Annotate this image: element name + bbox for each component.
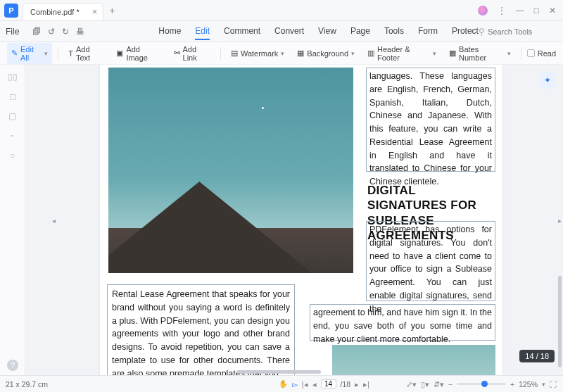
text-block-right-1[interactable]: languages. These languages are English, … [366,68,495,172]
left-side-panel: ▯▯ ◻ ▢ ▫ ○ [0,65,25,375]
zoom-out-icon[interactable]: − [448,380,453,388]
page-layout-icon[interactable]: ▯▾ [421,380,429,388]
prev-page-icon[interactable]: ◂ [312,380,317,388]
current-page-input[interactable] [321,379,336,388]
maximize-button[interactable]: □ [534,6,539,15]
header-footer-icon: ▥ [367,49,374,58]
fullscreen-icon[interactable]: ⛶ [550,380,557,388]
help-button[interactable]: ? [7,360,18,371]
tab-view[interactable]: View [318,23,336,40]
vertical-scrollbar[interactable] [558,276,562,367]
image-icon: ▣ [116,49,123,58]
add-image-button[interactable]: ▣ Add Image [112,43,165,64]
comment-panel-icon[interactable]: ▢ [8,111,16,121]
undo-icon[interactable]: ↺ [48,27,55,37]
read-mode-checkbox[interactable]: Read [527,49,556,58]
link-icon: ⚯ [174,49,180,58]
redo-icon[interactable]: ↻ [62,27,69,37]
text-block-right-2[interactable]: PDFelement has options for digital signa… [366,221,495,301]
bookmark-icon[interactable]: ◻ [9,91,16,101]
tab-page[interactable]: Page [350,23,370,40]
workspace: ▯▯ ◻ ▢ ▫ ○ ◂ ▸ Rental Lease Agreement th… [0,65,563,375]
fit-width-icon[interactable]: ⤢▾ [406,380,417,388]
tab-protect[interactable]: Protect [452,23,479,40]
zoom-slider[interactable] [457,383,506,385]
tab-title: Combine.pdf * [30,8,80,16]
chevron-down-icon: ▾ [281,50,284,57]
floating-tool-icon[interactable]: ✦ [539,72,556,89]
close-tab-icon[interactable]: × [92,6,98,17]
next-page-icon[interactable]: ▸ [355,380,359,388]
chevron-down-icon: ▾ [351,50,355,57]
menubar: File 🗐 ↺ ↻ 🖶 Home Edit Comment Convert V… [0,21,563,42]
app-logo-icon: P [4,4,18,18]
new-tab-button[interactable]: + [109,5,115,16]
search-input[interactable] [488,27,544,36]
chevron-down-icon: ▾ [44,50,48,57]
page-content: Rental Lease Agreement that speaks for y… [100,65,502,375]
tab-home[interactable]: Home [158,23,181,40]
file-menu[interactable]: File [6,27,19,37]
tab-edit[interactable]: Edit [195,23,210,40]
first-page-icon[interactable]: |◂ [302,380,308,388]
last-page-icon[interactable]: ▸| [363,380,369,388]
statusbar: 21 x 29.7 cm ✋ ▻ |◂ ◂ /18 ▸ ▸| ⤢▾ ▯▾ ⇵▾ … [0,375,563,392]
bates-icon: ▩ [449,49,456,58]
titlebar: P Combine.pdf * × + ⋮ — □ ✕ [0,0,563,21]
open-icon[interactable]: 🗐 [32,27,41,37]
horizontal-scrollbar[interactable] [236,370,321,374]
background-icon: ▦ [297,49,304,58]
total-pages: /18 [341,380,351,388]
tab-convert[interactable]: Convert [274,23,304,40]
add-link-button[interactable]: ⚯ Add Link [170,43,215,64]
tab-comment[interactable]: Comment [224,23,260,40]
tab-tools[interactable]: Tools [384,23,404,40]
zoom-in-icon[interactable]: + [510,380,514,388]
select-tool-icon[interactable]: ▻ [292,380,298,388]
hero-image[interactable] [108,68,353,273]
page-dimensions: 21 x 29.7 cm [6,380,48,388]
minimize-button[interactable]: — [516,6,524,15]
attachment-icon[interactable]: ▫ [11,131,13,141]
watermark-icon: ▤ [231,49,238,58]
house-shape [108,182,312,273]
header-footer-button[interactable]: ▥ Header & Footer ▾ [363,43,441,64]
add-text-button[interactable]: T Add Text [64,43,108,64]
document-tab[interactable]: Combine.pdf * × [23,3,103,21]
document-canvas[interactable]: ◂ ▸ Rental Lease Agreement that speaks f… [25,65,563,375]
print-icon[interactable]: 🖶 [76,27,84,37]
background-button[interactable]: ▦ Background ▾ [293,46,359,60]
text-icon: T [68,49,73,58]
chevron-down-icon: ▾ [433,50,436,57]
menu-tabs: Home Edit Comment Convert View Page Tool… [158,23,479,40]
search-icon: ⚲ [479,27,485,37]
bates-number-button[interactable]: ▩ Bates Number ▾ [445,43,515,64]
search-tools[interactable]: ⚲ [479,27,544,37]
tab-form[interactable]: Form [418,23,438,40]
prev-page-arrow[interactable]: ◂ [52,216,56,224]
text-block-right-3[interactable]: agreement to him, and have him sign it. … [310,304,495,341]
ribbon-edit: ✎ Edit All ▾ T Add Text ▣ Add Image ⚯ Ad… [0,42,563,65]
more-menu-icon[interactable]: ⋮ [498,6,506,15]
zoom-level[interactable]: 125% [519,380,538,388]
hand-tool-icon[interactable]: ✋ [279,379,288,388]
watermark-button[interactable]: ▤ Watermark ▾ [227,46,289,60]
thumbnails-icon[interactable]: ▯▯ [8,72,18,82]
chevron-down-icon: ▾ [507,50,511,57]
secondary-image[interactable] [332,345,495,375]
profile-color-icon[interactable] [478,6,488,15]
page-indicator-badge: 14 / 18 [519,350,555,362]
text-block-left[interactable]: Rental Lease Agreement that speaks for y… [107,284,295,375]
moon-decoration [262,107,264,109]
pencil-icon: ✎ [11,49,18,58]
close-window-button[interactable]: ✕ [549,6,556,15]
next-page-arrow[interactable]: ▸ [558,216,562,224]
search-panel-icon[interactable]: ○ [10,151,15,160]
checkbox-icon [527,49,535,57]
edit-all-button[interactable]: ✎ Edit All ▾ [7,43,52,64]
scroll-mode-icon[interactable]: ⇵▾ [434,380,444,388]
